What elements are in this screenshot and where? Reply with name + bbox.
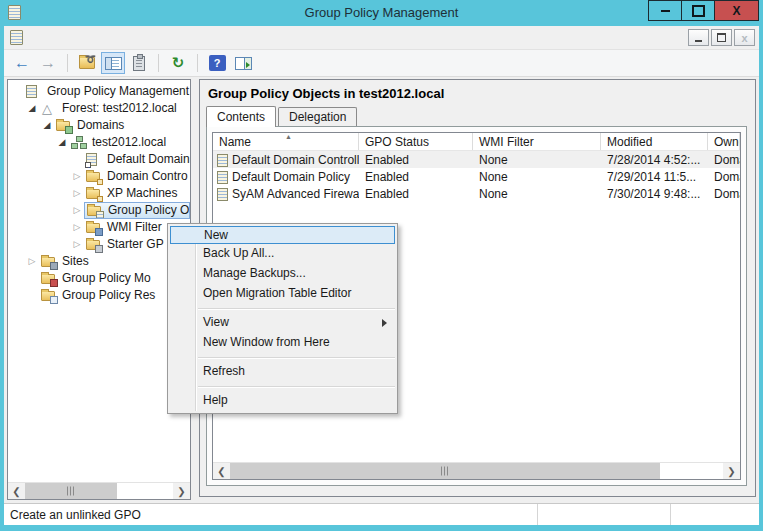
gpolink-icon <box>86 153 102 167</box>
toolbar-separator <box>197 54 198 72</box>
child-restore-button[interactable] <box>711 29 732 46</box>
refresh-button[interactable] <box>166 52 190 74</box>
list-horizontal-scrollbar[interactable]: ❮ ❯ <box>213 462 740 479</box>
maximize-button[interactable] <box>681 0 714 21</box>
expand-toggle-icon[interactable] <box>70 202 84 219</box>
help-button[interactable] <box>205 52 229 74</box>
back-button[interactable] <box>10 52 34 74</box>
properties-button[interactable] <box>127 52 151 74</box>
tree-item-default-domain[interactable]: Default Domain <box>8 151 190 168</box>
gpo-icon <box>217 171 228 184</box>
title-bar[interactable]: Group Policy Management <box>0 0 763 26</box>
tree-item-forest-test2012-local[interactable]: Forest: test2012.local <box>8 100 190 117</box>
forward-button[interactable] <box>36 52 60 74</box>
tree-item-domains[interactable]: Domains <box>8 117 190 134</box>
results-icon <box>41 289 57 303</box>
expand-toggle-icon[interactable] <box>40 117 54 134</box>
context-menu-item-refresh[interactable]: Refresh <box>170 362 395 382</box>
tab-contents[interactable]: Contents <box>206 106 276 127</box>
tree-item-xp-machines[interactable]: XP Machines <box>8 185 190 202</box>
toolbar-separator <box>158 54 159 72</box>
scrollbar-thumb[interactable] <box>230 463 660 479</box>
context-menu-item-back-up-all[interactable]: Back Up All... <box>170 244 395 264</box>
menu-help[interactable] <box>95 35 111 41</box>
column-header-wmi-filter[interactable]: WMI Filter <box>473 133 601 150</box>
column-header-owner[interactable]: Owner <box>708 133 740 150</box>
tree-item-group-policy-management[interactable]: Group Policy Management <box>8 83 190 100</box>
tree-item-group-policy-mo[interactable]: Group Policy Mo <box>8 270 190 287</box>
close-button[interactable] <box>714 0 759 21</box>
domain-icon <box>71 136 87 150</box>
expand-toggle-icon[interactable] <box>70 185 84 202</box>
column-header-name[interactable]: Name▲ <box>213 133 359 150</box>
context-menu-item-open-migration-table-editor[interactable]: Open Migration Table Editor <box>170 284 395 304</box>
gpo-icon <box>217 188 228 201</box>
expand-toggle-icon[interactable] <box>70 236 84 253</box>
gpo-row-default-domain-policy[interactable]: Default Domain Policy Enabled None 7/29/… <box>213 168 740 185</box>
column-header-gpo-status[interactable]: GPO Status <box>359 133 473 150</box>
sort-ascending-icon: ▲ <box>285 133 292 140</box>
tree-item-sites[interactable]: Sites <box>8 253 190 270</box>
context-menu-item-manage-backups[interactable]: Manage Backups... <box>170 264 395 284</box>
gpmc-window: Group Policy Management <box>0 0 763 531</box>
up-one-level-button[interactable] <box>75 52 99 74</box>
scroll-left-arrow[interactable]: ❮ <box>8 483 25 499</box>
child-close-button[interactable] <box>734 29 755 46</box>
domains-icon <box>56 119 72 133</box>
gpofolder-icon <box>87 204 103 218</box>
oufolder-icon <box>86 170 102 184</box>
column-header-modified[interactable]: Modified <box>601 133 708 150</box>
menu-window[interactable] <box>79 35 95 41</box>
show-action-pane-button[interactable] <box>231 52 255 74</box>
show-console-tree-icon <box>105 57 122 70</box>
tab-delegation[interactable]: Delegation <box>278 107 357 128</box>
gpo-row-default-domain-controller[interactable]: Default Domain Controller... Enabled Non… <box>213 151 740 168</box>
tree-item-domain-contro[interactable]: Domain Contro <box>8 168 190 185</box>
tree-item-starter-gp[interactable]: Starter GP <box>8 236 190 253</box>
console-tree-pane: Group Policy Management Forest: test2012… <box>7 79 191 500</box>
child-minimize-button[interactable] <box>688 29 709 46</box>
show-console-tree-button[interactable] <box>101 52 125 74</box>
scroll-left-arrow[interactable]: ❮ <box>213 463 230 479</box>
menu-file[interactable] <box>31 35 47 41</box>
content-title: Group Policy Objects in test2012.local <box>208 86 444 101</box>
menu-view[interactable] <box>63 35 79 41</box>
expand-toggle-icon[interactable] <box>70 219 84 236</box>
context-menu-item-view[interactable]: View <box>170 313 395 333</box>
starterfolder-icon <box>86 238 102 252</box>
oufolder-icon <box>86 187 102 201</box>
gpmc-icon <box>26 85 42 99</box>
tree-item-group-policy-res[interactable]: Group Policy Res <box>8 287 190 304</box>
menu-bar <box>4 26 759 50</box>
tree-item-test2012-local[interactable]: test2012.local <box>8 134 190 151</box>
tree-horizontal-scrollbar[interactable]: ❮ ❯ <box>8 482 190 499</box>
up-one-level-icon <box>79 57 95 69</box>
gpmc-snapin-icon <box>10 30 23 45</box>
scroll-right-arrow[interactable]: ❯ <box>723 463 740 479</box>
expand-toggle-icon[interactable] <box>25 253 39 270</box>
context-menu-separator <box>198 386 395 387</box>
status-separator <box>537 504 538 525</box>
context-menu: New Back Up All... Manage Backups... Ope… <box>167 223 398 414</box>
menu-action[interactable] <box>47 35 63 41</box>
expand-toggle-icon[interactable] <box>55 134 69 151</box>
list-header: Name▲GPO StatusWMI FilterModifiedOwner <box>213 133 740 151</box>
context-menu-item-new[interactable]: New <box>170 226 395 244</box>
expand-toggle-icon[interactable] <box>70 168 84 185</box>
tree-item-wmi-filter[interactable]: WMI Filter <box>8 219 190 236</box>
context-menu-item-help[interactable]: Help <box>170 391 395 411</box>
child-window-controls <box>688 29 755 46</box>
expand-toggle-icon[interactable] <box>25 100 39 117</box>
scroll-right-arrow[interactable]: ❯ <box>173 483 190 499</box>
scrollbar-thumb[interactable] <box>25 483 117 499</box>
show-action-pane-icon <box>235 57 252 70</box>
context-menu-item-new-window-from-here[interactable]: New Window from Here <box>170 333 395 353</box>
minimize-button[interactable] <box>648 0 681 21</box>
forest-icon <box>41 102 57 116</box>
gpo-row-syam-advanced-firewall[interactable]: SyAM Advanced Firewall ... Enabled None … <box>213 185 740 202</box>
tree-item-group-policy-ob[interactable]: Group Policy Ob <box>8 202 190 219</box>
submenu-arrow-icon <box>382 319 387 327</box>
context-menu-separator <box>198 357 395 358</box>
sitesfolder-icon <box>41 255 57 269</box>
console-tree: Group Policy Management Forest: test2012… <box>8 83 190 481</box>
